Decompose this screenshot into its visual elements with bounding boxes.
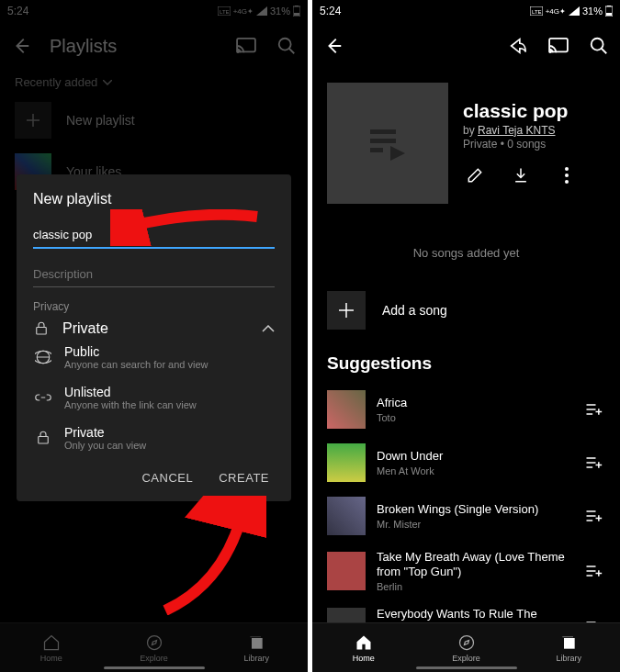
opt-sub: Anyone can search for and view bbox=[64, 359, 209, 370]
nav-label: Home bbox=[40, 654, 62, 663]
suggestions-list: AfricaTotoDown UnderMen At WorkBroken Wi… bbox=[312, 383, 620, 655]
name-input[interactable] bbox=[33, 222, 275, 249]
song-title: Down Under bbox=[377, 449, 570, 464]
svg-point-6 bbox=[237, 50, 239, 52]
svg-rect-12 bbox=[252, 638, 263, 649]
status-time: 5:24 bbox=[320, 5, 341, 17]
new-playlist-label: New playlist bbox=[66, 113, 135, 128]
description-input[interactable] bbox=[33, 262, 275, 287]
nav-home[interactable]: Home bbox=[312, 623, 415, 672]
back-icon[interactable] bbox=[321, 34, 345, 58]
playlist-actions bbox=[463, 163, 605, 187]
home-icon bbox=[355, 633, 373, 652]
nav-label: Home bbox=[353, 654, 375, 663]
add-song-row[interactable]: Add a song bbox=[312, 284, 620, 346]
nav-explore[interactable]: Explore bbox=[415, 623, 518, 672]
privacy-option-private[interactable]: Private Only you can view bbox=[33, 418, 275, 458]
song-row[interactable]: AfricaToto bbox=[312, 383, 620, 436]
empty-message: No songs added yet bbox=[312, 213, 620, 284]
song-title: Broken Wings (Single Version) bbox=[377, 502, 570, 517]
plus-tile bbox=[327, 291, 366, 330]
nav-explore[interactable]: Explore bbox=[103, 623, 206, 672]
new-playlist-row[interactable]: New playlist bbox=[0, 95, 308, 146]
description-field[interactable] bbox=[33, 262, 275, 287]
opt-title: Public bbox=[64, 344, 209, 359]
privacy-selected-row[interactable]: Private bbox=[33, 320, 275, 337]
svg-rect-22 bbox=[370, 139, 396, 143]
status-bar: 5:24 LTE +4G✦ 31% bbox=[0, 0, 308, 22]
opt-sub: Anyone with the link can view bbox=[64, 399, 197, 410]
svg-rect-21 bbox=[370, 129, 396, 134]
home-icon bbox=[42, 633, 61, 652]
battery-icon bbox=[293, 6, 300, 17]
queue-add-icon[interactable] bbox=[581, 504, 605, 528]
suggestions-heading: Suggestions bbox=[312, 346, 620, 383]
song-title: Take My Breath Away (Love Theme from "To… bbox=[377, 550, 570, 580]
svg-rect-17 bbox=[606, 13, 612, 16]
library-icon bbox=[247, 633, 265, 652]
right-screen: 5:24 LTE +4G✦ 31% classic pop by bbox=[312, 0, 620, 672]
playlist-header: classic pop by Ravi Teja KNTS Private • … bbox=[312, 70, 620, 213]
lock-icon bbox=[33, 320, 50, 337]
add-song-label: Add a song bbox=[382, 303, 447, 318]
opt-sub: Only you can view bbox=[64, 440, 146, 451]
svg-text:LTE: LTE bbox=[220, 9, 230, 15]
back-icon[interactable] bbox=[9, 34, 33, 58]
edit-icon[interactable] bbox=[463, 163, 487, 187]
create-button[interactable]: CREATE bbox=[219, 471, 269, 485]
svg-point-25 bbox=[565, 174, 569, 177]
modal-title: New playlist bbox=[33, 191, 275, 207]
svg-rect-8 bbox=[37, 328, 47, 335]
privacy-label: Privacy bbox=[33, 300, 275, 313]
search-icon[interactable] bbox=[587, 34, 611, 58]
playlist-meta: classic pop by Ravi Teja KNTS Private • … bbox=[463, 83, 605, 204]
bottom-nav: Home Explore Library bbox=[0, 622, 308, 672]
share-icon[interactable] bbox=[506, 34, 530, 58]
privacy-option-public[interactable]: Public Anyone can search for and view bbox=[33, 337, 275, 377]
nav-home[interactable]: Home bbox=[0, 623, 103, 672]
signal-icon bbox=[256, 6, 267, 16]
playlist-author[interactable]: Ravi Teja KNTS bbox=[478, 124, 555, 137]
backdrop: 5:24 LTE +4G✦ 31% Playlists Recently add… bbox=[0, 0, 308, 197]
svg-point-7 bbox=[279, 39, 291, 50]
download-icon[interactable] bbox=[509, 163, 533, 187]
more-icon[interactable] bbox=[555, 163, 579, 187]
song-text: AfricaToto bbox=[377, 396, 570, 422]
app-bar: Playlists bbox=[0, 22, 308, 70]
modal-actions: CANCEL CREATE bbox=[33, 458, 275, 490]
song-row[interactable]: Down UnderMen At Work bbox=[312, 436, 620, 489]
song-art bbox=[327, 497, 366, 535]
opt-title: Unlisted bbox=[64, 385, 197, 399]
gesture-bar bbox=[104, 666, 205, 669]
annotation-arrow-create bbox=[156, 496, 266, 615]
cast-icon[interactable] bbox=[234, 34, 258, 58]
signal-4g-icon: +4G✦ bbox=[546, 7, 566, 16]
cast-icon[interactable] bbox=[547, 34, 570, 58]
chevron-down-icon bbox=[103, 80, 112, 85]
compass-icon bbox=[145, 633, 163, 652]
queue-add-icon[interactable] bbox=[581, 451, 605, 475]
name-field[interactable] bbox=[33, 222, 275, 249]
svg-rect-16 bbox=[607, 6, 611, 6]
privacy-option-unlisted[interactable]: Unlisted Anyone with the link can view bbox=[33, 377, 275, 418]
song-row[interactable]: Take My Breath Away (Love Theme from "To… bbox=[312, 543, 620, 599]
bottom-nav: Home Explore Library bbox=[312, 622, 620, 672]
svg-point-11 bbox=[147, 635, 161, 649]
cancel-button[interactable]: CANCEL bbox=[141, 471, 193, 485]
search-icon[interactable] bbox=[275, 34, 299, 58]
nav-library[interactable]: Library bbox=[205, 623, 308, 672]
nav-library[interactable]: Library bbox=[517, 623, 620, 672]
svg-rect-4 bbox=[294, 13, 299, 16]
volte-icon: LTE bbox=[218, 6, 231, 16]
svg-rect-28 bbox=[564, 638, 575, 649]
queue-add-icon[interactable] bbox=[581, 559, 605, 583]
svg-rect-3 bbox=[295, 6, 299, 6]
plus-thumb bbox=[15, 102, 51, 139]
queue-add-icon[interactable] bbox=[581, 398, 605, 421]
nav-label: Explore bbox=[140, 654, 168, 663]
status-time: 5:24 bbox=[7, 5, 28, 17]
filter-dropdown[interactable]: Recently added bbox=[0, 70, 308, 95]
new-playlist-modal: New playlist Privacy Private Public Anyo… bbox=[17, 174, 291, 501]
volte-icon: LTE bbox=[530, 6, 543, 16]
song-row[interactable]: Broken Wings (Single Version)Mr. Mister bbox=[312, 489, 620, 543]
